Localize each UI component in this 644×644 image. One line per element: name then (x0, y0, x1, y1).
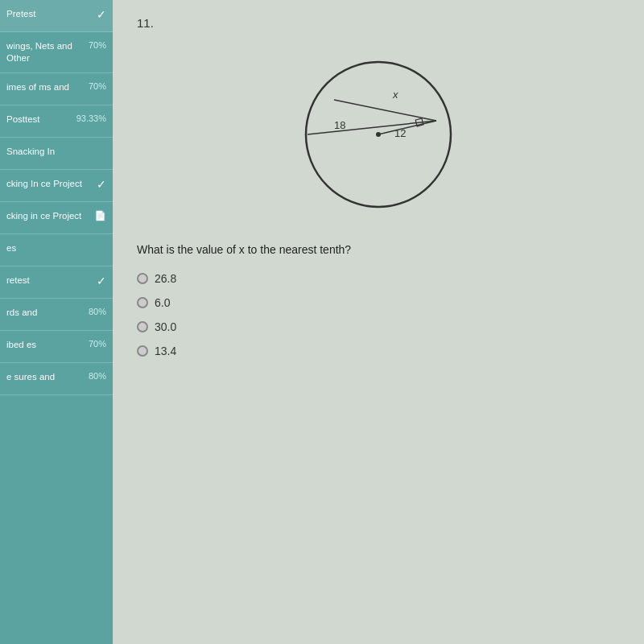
sidebar-item-cking-in-1[interactable]: cking In ce Project ✓ (0, 170, 113, 202)
answer-options: 26.8 6.0 30.0 13.4 (137, 272, 620, 357)
sidebar-item-label: Posttest (6, 114, 73, 126)
radio-button-d[interactable] (137, 345, 148, 357)
sidebar-item-label: cking in ce Project (6, 210, 91, 222)
sidebar-item-label: ibed es (6, 339, 85, 351)
sidebar-item-label: imes of ms and (6, 81, 85, 93)
sidebar-item-score: 70% (89, 339, 106, 349)
radio-button-b[interactable] (137, 297, 148, 308)
sidebar-item-label: Snacking In (6, 146, 106, 158)
sidebar-item-label: es (6, 242, 106, 254)
answer-label-c: 30.0 (155, 320, 176, 333)
answer-label-a: 26.8 (155, 272, 176, 285)
check-icon: ✓ (97, 178, 106, 191)
sidebar-item-pretest-2[interactable]: retest ✓ (0, 266, 113, 299)
sidebar-item-volumes[interactable]: imes of ms and 70% (0, 73, 113, 105)
sidebar-item-label: cking In ce Project (6, 178, 93, 190)
label-12: 12 (394, 127, 406, 139)
answer-label-b: 6.0 (155, 296, 170, 309)
svg-line-2 (334, 100, 436, 121)
sidebar-item-label: Pretest (6, 8, 93, 20)
check-icon: ✓ (97, 8, 106, 21)
answer-label-d: 13.4 (155, 345, 176, 357)
answer-option-c[interactable]: 30.0 (137, 320, 620, 333)
sidebar-item-score: 80% (89, 371, 106, 381)
svg-line-3 (308, 121, 436, 134)
sidebar-item-label: retest (6, 275, 93, 287)
diagram-container: x 18 12 (137, 42, 620, 219)
sidebar-item-posttest-1[interactable]: Posttest 93.33% (0, 105, 113, 138)
answer-option-b[interactable]: 6.0 (137, 296, 620, 309)
answer-option-d[interactable]: 13.4 (137, 345, 620, 357)
sidebar-item-sures-and[interactable]: e sures and 80% (0, 363, 113, 395)
answer-option-a[interactable]: 26.8 (137, 272, 620, 285)
sidebar-item-score: 70% (89, 40, 106, 50)
sidebar-item-cking-in-2[interactable]: cking in ce Project 📄 (0, 202, 113, 234)
check-icon: ✓ (97, 275, 106, 287)
sidebar-item-score: 80% (89, 307, 106, 316)
sidebar-item-ibed[interactable]: ibed es 70% (0, 331, 113, 363)
label-x: x (392, 89, 398, 101)
question-number: 11. (137, 16, 620, 30)
sidebar-item-score: 93.33% (76, 114, 106, 123)
circle-diagram: x 18 12 (290, 42, 467, 219)
sidebar-item-score: 70% (89, 81, 106, 91)
sidebar-item-rds-and[interactable]: rds and 80% (0, 299, 113, 331)
document-icon: 📄 (94, 210, 106, 221)
svg-line-4 (378, 121, 436, 134)
label-18: 18 (334, 119, 345, 131)
sidebar-item-label: wings, Nets and Other (6, 40, 85, 64)
sidebar-item-es[interactable]: es (0, 234, 113, 266)
radio-button-c[interactable] (137, 321, 148, 332)
sidebar-item-snacking-in[interactable]: Snacking In (0, 138, 113, 170)
question-text: What is the value of x to the nearest te… (137, 243, 620, 256)
sidebar-item-wings-nets[interactable]: wings, Nets and Other 70% (0, 32, 113, 73)
sidebar: Pretest ✓ wings, Nets and Other 70% imes… (0, 0, 113, 644)
radio-button-a[interactable] (137, 273, 148, 284)
main-content: 11. x 18 12 (113, 0, 644, 644)
sidebar-item-label: rds and (6, 307, 85, 319)
sidebar-item-label: e sures and (6, 371, 85, 383)
sidebar-item-pretest-1[interactable]: Pretest ✓ (0, 0, 113, 32)
